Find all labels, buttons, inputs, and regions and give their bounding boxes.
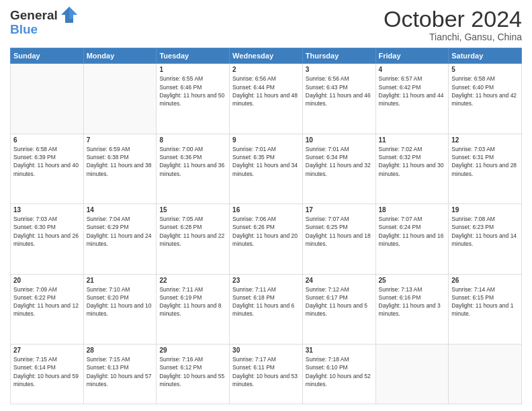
- day-info: Sunrise: 7:06 AMSunset: 6:26 PMDaylight:…: [232, 215, 300, 248]
- day-cell: 15Sunrise: 7:05 AMSunset: 6:28 PMDayligh…: [157, 204, 230, 274]
- day-info-line: Daylight: 11 hours and 46 minutes.: [306, 92, 371, 107]
- day-info-line: Daylight: 11 hours and 18 minutes.: [306, 232, 371, 247]
- day-info-line: Sunset: 6:40 PM: [451, 84, 494, 91]
- day-info-line: Daylight: 11 hours and 30 minutes.: [379, 162, 444, 177]
- day-info-line: Sunset: 6:13 PM: [87, 364, 129, 371]
- col-header-friday: Friday: [375, 48, 449, 64]
- day-info-line: Daylight: 11 hours and 42 minutes.: [451, 92, 517, 107]
- calendar-table: SundayMondayTuesdayWednesdayThursdayFrid…: [10, 48, 522, 404]
- logo: General Blue: [10, 7, 79, 37]
- day-number: 17: [306, 206, 373, 214]
- day-number: 30: [232, 347, 300, 354]
- day-info-line: Sunset: 6:31 PM: [451, 154, 494, 161]
- day-info: Sunrise: 7:11 AMSunset: 6:18 PMDaylight:…: [232, 285, 300, 318]
- day-cell: 5Sunrise: 6:58 AMSunset: 6:40 PMDaylight…: [449, 64, 522, 134]
- day-number: 9: [232, 136, 300, 144]
- day-info: Sunrise: 7:18 AMSunset: 6:10 PMDaylight:…: [306, 355, 373, 388]
- day-info-line: Sunrise: 7:01 AM: [232, 146, 276, 152]
- day-info-line: Daylight: 11 hours and 20 minutes.: [232, 232, 298, 247]
- day-info-line: Daylight: 11 hours and 22 minutes.: [159, 232, 224, 247]
- day-cell: 8Sunrise: 7:00 AMSunset: 6:36 PMDaylight…: [157, 134, 230, 203]
- day-number: 3: [306, 66, 373, 73]
- day-info-line: Sunset: 6:38 PM: [87, 154, 129, 161]
- day-cell: 18Sunrise: 7:07 AMSunset: 6:24 PMDayligh…: [375, 204, 449, 274]
- title-block: October 2024 Tianchi, Gansu, China: [384, 7, 522, 42]
- day-info-line: Sunrise: 6:59 AM: [87, 146, 130, 152]
- day-info-line: Sunrise: 7:08 AM: [451, 216, 495, 222]
- day-info-line: Sunset: 6:30 PM: [13, 224, 56, 230]
- day-info: Sunrise: 6:59 AMSunset: 6:38 PMDaylight:…: [87, 145, 154, 178]
- day-number: 20: [13, 277, 81, 284]
- day-info-line: Daylight: 11 hours and 3 minutes.: [379, 302, 441, 317]
- day-info-line: Sunrise: 7:13 AM: [379, 286, 423, 293]
- week-row-2: 13Sunrise: 7:03 AMSunset: 6:30 PMDayligh…: [11, 204, 522, 274]
- day-info-line: Sunrise: 7:07 AM: [306, 216, 349, 222]
- header: General Blue October 2024 Tianchi, Gansu…: [10, 7, 522, 42]
- day-cell: 12Sunrise: 7:03 AMSunset: 6:31 PMDayligh…: [449, 134, 522, 203]
- day-number: 7: [87, 136, 154, 144]
- day-cell: 29Sunrise: 7:16 AMSunset: 6:12 PMDayligh…: [157, 344, 230, 404]
- day-cell: 24Sunrise: 7:12 AMSunset: 6:17 PMDayligh…: [302, 274, 375, 344]
- day-info: Sunrise: 7:00 AMSunset: 6:36 PMDaylight:…: [159, 145, 226, 178]
- day-info-line: Sunrise: 7:03 AM: [451, 146, 495, 152]
- day-info-line: Daylight: 11 hours and 8 minutes.: [159, 302, 221, 317]
- day-info: Sunrise: 7:09 AMSunset: 6:22 PMDaylight:…: [13, 285, 81, 318]
- day-info-line: Sunrise: 7:01 AM: [306, 146, 349, 152]
- day-info-line: Sunrise: 7:15 AM: [13, 356, 57, 363]
- day-number: 19: [451, 206, 519, 214]
- day-info-line: Sunrise: 6:58 AM: [13, 146, 57, 152]
- day-info-line: Sunrise: 7:12 AM: [306, 286, 349, 293]
- day-info: Sunrise: 7:05 AMSunset: 6:28 PMDaylight:…: [159, 215, 226, 248]
- day-info-line: Sunrise: 6:57 AM: [379, 75, 423, 82]
- day-info-line: Sunrise: 7:11 AM: [232, 286, 276, 293]
- day-info: Sunrise: 7:07 AMSunset: 6:24 PMDaylight:…: [379, 215, 446, 248]
- day-info-line: Sunrise: 7:00 AM: [159, 146, 203, 152]
- day-info-line: Sunrise: 7:05 AM: [159, 216, 203, 222]
- day-info-line: Daylight: 11 hours and 36 minutes.: [159, 162, 224, 177]
- day-info-line: Sunset: 6:17 PM: [306, 294, 348, 301]
- day-info: Sunrise: 6:55 AMSunset: 6:46 PMDaylight:…: [159, 75, 226, 107]
- day-info-line: Daylight: 10 hours and 55 minutes.: [159, 373, 224, 387]
- col-header-monday: Monday: [83, 48, 157, 64]
- day-number: 15: [159, 206, 226, 214]
- day-info-line: Daylight: 11 hours and 50 minutes.: [159, 92, 224, 107]
- day-info-line: Daylight: 10 hours and 53 minutes.: [232, 373, 298, 387]
- day-number: 4: [379, 66, 446, 73]
- day-cell: 13Sunrise: 7:03 AMSunset: 6:30 PMDayligh…: [11, 204, 84, 274]
- day-info: Sunrise: 7:17 AMSunset: 6:11 PMDaylight:…: [232, 355, 300, 388]
- day-info-line: Sunrise: 7:10 AM: [87, 286, 130, 293]
- day-info-line: Daylight: 11 hours and 48 minutes.: [232, 92, 298, 107]
- day-info: Sunrise: 7:14 AMSunset: 6:15 PMDaylight:…: [451, 285, 519, 318]
- day-info: Sunrise: 7:01 AMSunset: 6:35 PMDaylight:…: [232, 145, 300, 178]
- day-cell: 26Sunrise: 7:14 AMSunset: 6:15 PMDayligh…: [449, 274, 522, 344]
- day-info-line: Sunset: 6:22 PM: [13, 294, 56, 301]
- week-row-0: 1Sunrise: 6:55 AMSunset: 6:46 PMDaylight…: [11, 64, 522, 134]
- day-cell: 25Sunrise: 7:13 AMSunset: 6:16 PMDayligh…: [375, 274, 449, 344]
- day-cell: 21Sunrise: 7:10 AMSunset: 6:20 PMDayligh…: [83, 274, 157, 344]
- day-cell: [11, 64, 84, 134]
- day-number: 14: [87, 206, 154, 214]
- day-cell: 28Sunrise: 7:15 AMSunset: 6:13 PMDayligh…: [83, 344, 157, 404]
- day-number: 26: [451, 277, 519, 284]
- day-info-line: Daylight: 10 hours and 59 minutes.: [13, 373, 79, 387]
- calendar-header-row: SundayMondayTuesdayWednesdayThursdayFrid…: [11, 48, 522, 64]
- col-header-tuesday: Tuesday: [157, 48, 230, 64]
- day-number: 11: [379, 136, 446, 144]
- day-info-line: Daylight: 11 hours and 6 minutes.: [232, 302, 294, 317]
- day-info-line: Daylight: 11 hours and 28 minutes.: [451, 162, 517, 177]
- day-info-line: Sunrise: 7:09 AM: [13, 286, 57, 293]
- day-cell: 31Sunrise: 7:18 AMSunset: 6:10 PMDayligh…: [302, 344, 375, 404]
- location-subtitle: Tianchi, Gansu, China: [384, 32, 522, 42]
- day-cell: 7Sunrise: 6:59 AMSunset: 6:38 PMDaylight…: [83, 134, 157, 203]
- day-number: 24: [306, 277, 373, 284]
- day-info: Sunrise: 6:58 AMSunset: 6:39 PMDaylight:…: [13, 145, 81, 178]
- day-info: Sunrise: 6:57 AMSunset: 6:42 PMDaylight:…: [379, 75, 446, 107]
- day-info-line: Daylight: 11 hours and 44 minutes.: [379, 92, 444, 107]
- logo-general: General: [10, 9, 58, 23]
- day-info: Sunrise: 7:13 AMSunset: 6:16 PMDaylight:…: [379, 285, 446, 318]
- day-number: 1: [159, 66, 226, 73]
- day-info-line: Sunset: 6:44 PM: [232, 84, 275, 91]
- day-info-line: Sunset: 6:15 PM: [451, 294, 494, 301]
- day-number: 21: [87, 277, 154, 284]
- day-info-line: Sunrise: 6:55 AM: [159, 75, 203, 82]
